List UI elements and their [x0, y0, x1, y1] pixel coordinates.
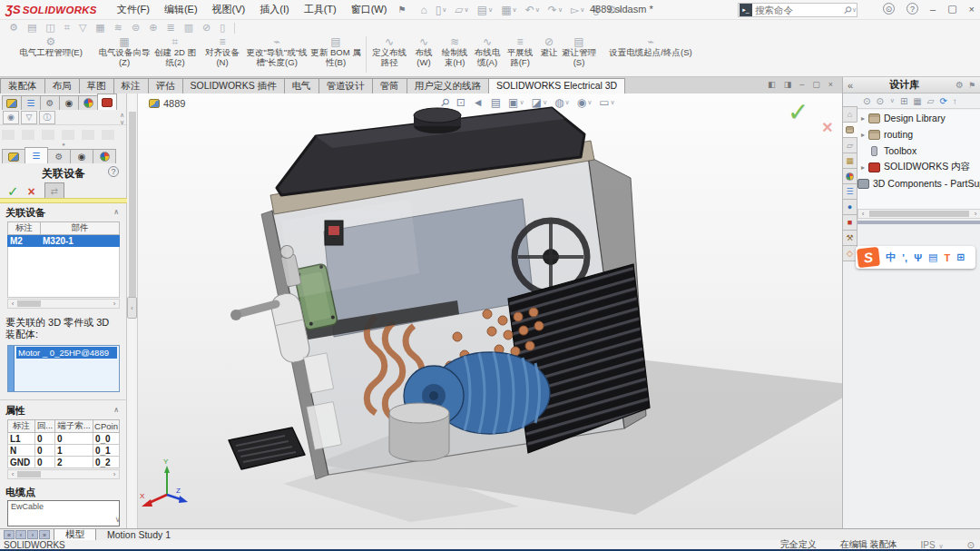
- hide-show-items-icon[interactable]: ◍∨: [554, 96, 570, 109]
- section-view-icon[interactable]: ▤: [491, 96, 501, 109]
- appearances-icon[interactable]: ◉∨: [577, 96, 593, 109]
- menu-view[interactable]: 视图(V): [205, 0, 253, 19]
- menu-tools[interactable]: 工具(T): [297, 0, 344, 19]
- tab-file-explorer[interactable]: ▱: [843, 137, 858, 153]
- tab-pm-config[interactable]: ◉: [70, 149, 93, 163]
- device-section-header[interactable]: 关联设备: [5, 206, 45, 220]
- toolbox-grid-icon[interactable]: ⊞: [956, 251, 965, 263]
- tab-sw-forum[interactable]: ●: [843, 199, 858, 215]
- prev-tab-icon[interactable]: ‹: [15, 530, 26, 539]
- flatten-route-button[interactable]: ≡平展线路(F): [504, 35, 536, 75]
- pane-previous-icon[interactable]: ◧: [768, 80, 776, 89]
- model-3d[interactable]: Y X Z: [138, 93, 842, 528]
- confirm-cancel-button[interactable]: ×: [822, 117, 833, 138]
- tab-motion-study[interactable]: Motion Study 1: [96, 529, 181, 541]
- graphics-viewport[interactable]: Y X Z 4889 ⚲ ⊡ ◄ ▤ ▣∨ ◪∨ ◍∨ ◉∨ ▭∨ ✓ ×: [138, 93, 842, 528]
- set-cable-origin-destination-button[interactable]: ⌁设置电缆起点/终点(S): [596, 35, 705, 75]
- define-route-path-button[interactable]: ∿定义布线路径: [369, 35, 409, 75]
- pane-restore-icon[interactable]: ▢: [812, 80, 820, 89]
- properties-section-header[interactable]: 属性: [5, 404, 25, 418]
- route-harness-button[interactable]: ≋绘制线束(H): [438, 35, 471, 75]
- menu-window[interactable]: 窗口(W): [344, 0, 395, 19]
- tab-assembly[interactable]: 装配体: [0, 78, 45, 93]
- props-col-terminal[interactable]: 端子索...: [55, 420, 93, 433]
- tree-item-3d-components[interactable]: 3D Components - PartSupply: [858, 175, 980, 192]
- tab-electrical-3d[interactable]: SOLIDWORKS Electrical 3D: [488, 78, 625, 93]
- electrical-project-manager-button[interactable]: ⚙电气工程管理(E): [4, 35, 98, 75]
- tab-addins[interactable]: SOLIDWORKS 插件: [182, 78, 285, 93]
- open-icon[interactable]: ▱∨: [455, 4, 468, 16]
- menu-edit[interactable]: 编辑(E): [157, 0, 205, 19]
- device-row-selected[interactable]: M2 M320-1: [8, 235, 120, 247]
- props-row[interactable]: GND020_2: [8, 457, 120, 468]
- move-up-icon[interactable]: ↑: [953, 96, 957, 106]
- user-account-icon[interactable]: ⊙: [883, 3, 895, 15]
- view-settings-icon[interactable]: ▭∨: [599, 96, 614, 109]
- tab-display-manager[interactable]: [78, 95, 98, 110]
- add-to-library-icon[interactable]: ⊞: [900, 96, 907, 106]
- sogou-logo-icon[interactable]: S: [857, 247, 880, 268]
- align-components-button[interactable]: ≡对齐设备(N): [200, 35, 245, 75]
- tab-piping[interactable]: 管道设计: [318, 78, 373, 93]
- tab-custom-properties[interactable]: ☰: [843, 183, 858, 200]
- microphone-icon[interactable]: Ψ: [914, 252, 922, 263]
- scrollbar-thumb[interactable]: [129, 112, 136, 298]
- tab-tubing[interactable]: 管筒: [372, 78, 407, 93]
- tab-pm-manager[interactable]: ⚙: [47, 149, 71, 163]
- eye-icon[interactable]: ◉: [3, 111, 19, 124]
- filter-icon[interactable]: ▽: [21, 111, 37, 124]
- collapse-chevron-icon[interactable]: ∧: [113, 208, 119, 216]
- device-col-part[interactable]: 部件: [41, 222, 120, 235]
- quick-tool-icon[interactable]: ▦: [95, 22, 104, 34]
- tab-sketch[interactable]: 草图: [79, 78, 114, 93]
- tab-appearances[interactable]: [843, 168, 858, 184]
- options-gear-icon[interactable]: ⚙: [956, 80, 964, 90]
- electrical-component-wizard-button[interactable]: ▦电气设备向导(Z): [98, 35, 151, 75]
- quick-tool-icon[interactable]: ▤: [27, 22, 36, 34]
- quick-tool-icon[interactable]: ⌗: [64, 22, 70, 34]
- quick-tool-icon[interactable]: ⊜: [132, 22, 140, 34]
- pane-next-icon[interactable]: ◨: [784, 80, 792, 89]
- pane-divider[interactable]: [858, 221, 980, 224]
- view-orientation-icon[interactable]: ▣∨: [508, 96, 524, 109]
- quick-tool-icon[interactable]: ≣: [166, 22, 174, 34]
- help-icon[interactable]: ?: [108, 166, 119, 177]
- close-icon[interactable]: ×: [969, 4, 975, 15]
- menubar-pin-icon[interactable]: ⚑: [397, 5, 406, 15]
- machine-body[interactable]: [229, 108, 650, 479]
- quick-tool-icon[interactable]: ⊕: [149, 22, 157, 34]
- tab-user-defined-routes[interactable]: 用户定义的线路: [407, 78, 490, 93]
- avoid-button[interactable]: ⊘避让: [536, 35, 562, 75]
- tab-design-library[interactable]: [843, 122, 858, 138]
- tab-feature-manager[interactable]: ☰: [21, 95, 41, 110]
- panel-collapse-handle[interactable]: ‹: [127, 297, 137, 319]
- tab-pm-display[interactable]: [93, 149, 116, 163]
- tab-pm-properties[interactable]: ☰: [24, 147, 48, 163]
- expander-icon[interactable]: ▸: [858, 114, 868, 123]
- quick-tool-icon[interactable]: ⊘: [202, 22, 211, 34]
- collapsed-feature-tree[interactable]: [2, 130, 120, 140]
- status-units[interactable]: IPS ∨: [921, 540, 944, 550]
- parts-listbox[interactable]: Motor _ 0_25HP@4889: [7, 345, 120, 392]
- status-gear-icon[interactable]: ⊙: [967, 540, 975, 550]
- tree-item-sw-content[interactable]: ▸ SOLIDWORKS 内容: [858, 159, 980, 175]
- tab-manufacturing[interactable]: ⚒: [843, 230, 858, 246]
- pane-close-icon[interactable]: ×: [828, 80, 833, 89]
- quick-tool-icon[interactable]: ◫: [45, 22, 54, 34]
- restore-icon[interactable]: ▢: [947, 3, 956, 15]
- quick-tool-icon[interactable]: ▥: [184, 22, 193, 34]
- cable-point-listbox[interactable]: EwCable: [7, 500, 120, 526]
- part-item-selected[interactable]: Motor _ 0_25HP@4889: [16, 347, 117, 359]
- pane-minimize-icon[interactable]: –: [799, 80, 804, 89]
- tab-electrical[interactable]: 电气: [284, 78, 319, 93]
- tab-property-manager[interactable]: ⚙: [40, 95, 60, 110]
- search-input[interactable]: [755, 5, 844, 15]
- route-wires-button[interactable]: ∿布线(W): [409, 35, 438, 75]
- undo-icon[interactable]: ↶∨: [525, 4, 540, 16]
- select-icon[interactable]: ▻∨: [571, 4, 584, 16]
- minimize-icon[interactable]: –: [930, 4, 936, 15]
- info-icon[interactable]: ⓘ: [39, 111, 55, 124]
- avoid-manager-button[interactable]: ▤避让管理(S): [562, 35, 596, 75]
- pin-icon[interactable]: ⚑: [968, 81, 975, 90]
- properties-table-hscrollbar[interactable]: ‹›: [7, 469, 120, 479]
